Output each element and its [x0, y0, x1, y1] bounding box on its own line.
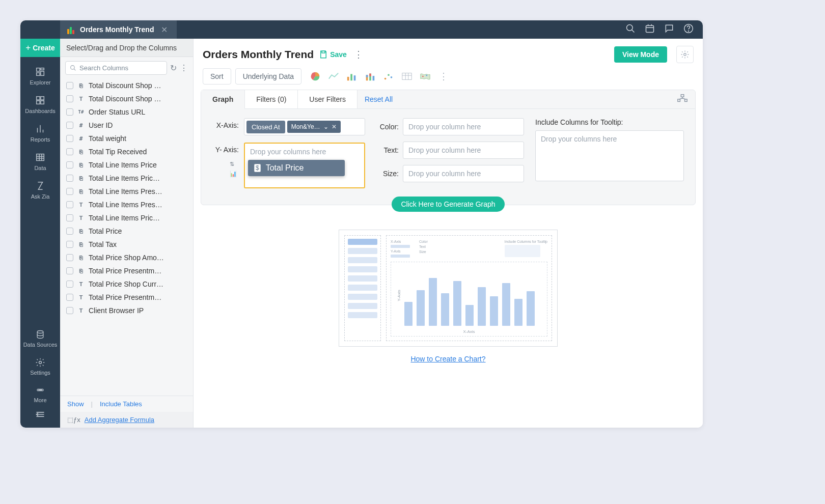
- column-checkbox[interactable]: [66, 294, 73, 301]
- table-icon[interactable]: [401, 71, 413, 81]
- column-item[interactable]: ⎘Total Price Presentm…: [65, 264, 188, 277]
- nav-more[interactable]: More: [34, 385, 46, 403]
- column-checkbox[interactable]: [66, 135, 73, 142]
- column-checkbox[interactable]: [66, 267, 73, 274]
- dragging-column-chip[interactable]: $ Total Price: [248, 160, 345, 176]
- map-chart-icon[interactable]: [420, 71, 431, 81]
- column-item[interactable]: TTotal Line Items Pric…: [65, 211, 188, 225]
- text-dropzone[interactable]: Drop your column here: [403, 142, 524, 159]
- columns-panel: Select/Drag and Drop the Columns Search …: [60, 39, 194, 428]
- column-checkbox[interactable]: [66, 161, 73, 169]
- x-axis-dropzone[interactable]: Closed At Mon&Ye… ⌄ ✕: [244, 118, 365, 135]
- sort-button[interactable]: Sort: [203, 68, 231, 85]
- column-label: Total Price Presentm…: [89, 267, 187, 275]
- column-checkbox[interactable]: [66, 82, 73, 89]
- column-checkbox[interactable]: [66, 254, 73, 261]
- column-item[interactable]: ⎘Total Line Items Price: [65, 158, 188, 172]
- column-item[interactable]: ⎘Total Tip Received: [65, 145, 188, 158]
- lineage-icon[interactable]: [670, 94, 695, 105]
- tab-title: Orders Monthly Trend: [80, 25, 154, 34]
- tooltip-dropzone[interactable]: Drop your columns here: [535, 130, 684, 181]
- column-checkbox[interactable]: [66, 201, 73, 208]
- column-item[interactable]: ⎘Total Tax: [65, 238, 188, 251]
- tab-graph[interactable]: Graph: [201, 90, 245, 109]
- nav-data-sources[interactable]: Data Sources: [23, 329, 58, 348]
- column-checkbox[interactable]: [66, 214, 73, 221]
- y-axis-dropzone[interactable]: Drop your columns here $ Total Price ⇅ 📊: [244, 143, 365, 188]
- column-checkbox[interactable]: [66, 188, 73, 195]
- size-dropzone[interactable]: Drop your column here: [403, 165, 524, 182]
- nav-ask-zia[interactable]: Ask Zia: [31, 180, 50, 200]
- side-nav: + Create Explorer Dashboards Reports Dat…: [20, 39, 60, 428]
- column-checkbox[interactable]: [66, 175, 73, 182]
- generate-graph-button[interactable]: Click Here to Generate Graph: [392, 197, 504, 212]
- column-item[interactable]: TTotal Price Presentm…: [65, 291, 188, 304]
- app-window: Orders Monthly Trend ✕ + Create Explorer…: [20, 20, 703, 428]
- include-tables-link[interactable]: Include Tables: [100, 400, 142, 408]
- nav-explorer[interactable]: Explorer: [30, 66, 51, 86]
- column-item[interactable]: T#Order Status URL: [65, 105, 188, 119]
- column-item[interactable]: #User ID: [65, 119, 188, 132]
- line-chart-icon[interactable]: [328, 71, 339, 81]
- add-aggregate-formula-link[interactable]: Add Aggregate Formula: [85, 416, 154, 424]
- stacked-bar-icon[interactable]: [365, 71, 376, 81]
- column-item[interactable]: TTotal Price Shop Curr…: [65, 277, 188, 291]
- column-item[interactable]: TClient Browser IP: [65, 304, 188, 317]
- svg-point-47: [391, 76, 393, 78]
- refresh-icon[interactable]: ↻: [170, 63, 177, 73]
- column-checkbox[interactable]: [66, 95, 73, 102]
- chat-icon[interactable]: [664, 23, 674, 36]
- show-link[interactable]: Show: [67, 400, 84, 408]
- column-checkbox[interactable]: [66, 228, 73, 235]
- column-checkbox[interactable]: [66, 108, 73, 116]
- column-item[interactable]: ⎘Total Price Shop Amo…: [65, 251, 188, 264]
- column-item[interactable]: ⎘Total Price: [65, 225, 188, 238]
- title-kebab-icon[interactable]: ⋮: [352, 49, 365, 60]
- color-dropzone[interactable]: Drop your column here: [403, 118, 524, 135]
- remove-pill-icon[interactable]: ✕: [332, 123, 337, 130]
- nav-dashboards[interactable]: Dashboards: [25, 95, 55, 114]
- view-mode-button[interactable]: View Mode: [614, 46, 667, 63]
- pie-chart-icon[interactable]: [310, 71, 321, 81]
- svg-rect-41: [366, 75, 368, 77]
- bar-chart-icon[interactable]: [346, 71, 358, 81]
- nav-reports[interactable]: Reports: [31, 123, 50, 143]
- svg-point-24: [37, 330, 43, 333]
- how-to-link[interactable]: How to Create a Chart?: [194, 355, 703, 363]
- column-item[interactable]: #Total weight: [65, 132, 188, 145]
- axis-toggle-icon[interactable]: ⇅: [230, 161, 237, 167]
- nav-data[interactable]: Data: [34, 152, 46, 171]
- x-axis-function-pill[interactable]: Mon&Ye… ⌄ ✕: [287, 121, 341, 133]
- column-item[interactable]: TTotal Discount Shop …: [65, 92, 188, 105]
- chart-type-kebab-icon[interactable]: ⋮: [438, 71, 449, 81]
- help-icon[interactable]: [683, 23, 694, 36]
- close-icon[interactable]: ✕: [159, 25, 170, 35]
- create-button[interactable]: + Create: [20, 39, 60, 57]
- underlying-data-button[interactable]: Underlying Data: [235, 68, 301, 85]
- reset-all-link[interactable]: Reset All: [358, 95, 400, 103]
- column-checkbox[interactable]: [66, 122, 73, 129]
- axis-chart-icon[interactable]: 📊: [230, 171, 237, 177]
- nav-settings[interactable]: Settings: [30, 357, 50, 376]
- column-checkbox[interactable]: [66, 281, 73, 288]
- collapse-nav-icon[interactable]: [35, 410, 45, 421]
- panel-kebab-icon[interactable]: ⋮: [180, 63, 188, 73]
- column-item[interactable]: TTotal Line Items Pres…: [65, 198, 188, 211]
- column-checkbox[interactable]: [66, 148, 73, 155]
- svg-rect-38: [350, 74, 352, 80]
- search-columns-input[interactable]: Search Columns: [65, 61, 167, 75]
- save-button[interactable]: Save: [319, 50, 347, 59]
- search-icon[interactable]: [625, 23, 636, 36]
- column-item[interactable]: ⎘Total Line Items Pres…: [65, 185, 188, 198]
- calendar-icon[interactable]: [645, 23, 655, 36]
- document-tab[interactable]: Orders Monthly Trend ✕: [60, 20, 177, 39]
- settings-icon[interactable]: [676, 46, 694, 63]
- column-item[interactable]: ⎘Total Discount Shop …: [65, 79, 188, 92]
- x-axis-pill[interactable]: Closed At: [246, 121, 285, 133]
- scatter-chart-icon[interactable]: [383, 71, 394, 81]
- column-item[interactable]: ⎘Total Line Items Pric…: [65, 172, 188, 185]
- column-checkbox[interactable]: [66, 307, 73, 314]
- tab-filters[interactable]: Filters (0): [245, 90, 298, 108]
- tab-user-filters[interactable]: User Filters: [298, 90, 358, 108]
- column-checkbox[interactable]: [66, 241, 73, 248]
